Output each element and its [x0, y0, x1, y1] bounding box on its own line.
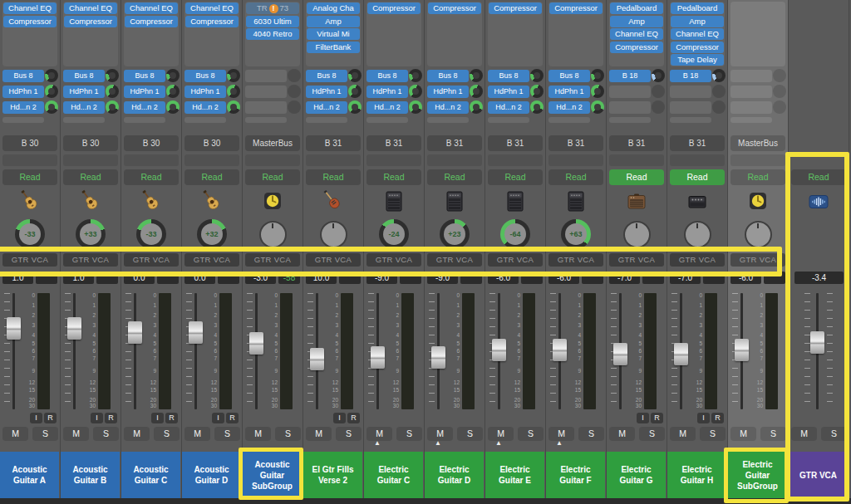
group-slot[interactable] — [2, 154, 57, 166]
automation-mode-button[interactable]: Read — [2, 169, 57, 185]
input-monitor-button[interactable]: I — [91, 413, 103, 423]
fader-cap[interactable] — [310, 348, 324, 370]
track-name[interactable]: Electric Guitar G — [607, 452, 666, 498]
solo-button[interactable]: S — [154, 427, 180, 441]
channel-strip-3[interactable]: Channel EQCompressorBus 8HdPhn 1Hd...n 2… — [121, 0, 182, 504]
automation-mode-button[interactable]: Read — [488, 169, 543, 185]
send-level-knob[interactable] — [166, 69, 180, 82]
track-icon-button[interactable] — [504, 189, 526, 218]
send-level-knob[interactable] — [227, 85, 240, 98]
channel-strip-1[interactable]: Channel EQCompressorBus 8HdPhn 1Hd...n 2… — [0, 0, 61, 504]
track-name[interactable]: GTR VCA — [789, 452, 848, 498]
send-level-knob[interactable] — [45, 100, 58, 114]
track-icon-button[interactable] — [322, 188, 344, 218]
send-level-knob[interactable] — [591, 100, 604, 114]
channel-strip-2[interactable]: Channel EQCompressorBus 8HdPhn 1Hd...n 2… — [61, 0, 121, 504]
plugin-slot[interactable]: Pedalboard — [671, 2, 724, 14]
fader-track[interactable] — [134, 293, 136, 409]
output-slot[interactable]: B 31 — [548, 135, 603, 151]
audio-fx-rack[interactable]: PedalboardAmpChannel EQCompressor — [609, 2, 664, 66]
send-slot[interactable]: B 18 — [670, 70, 711, 82]
send-level-knob[interactable] — [45, 69, 58, 82]
track-icon-button[interactable] — [747, 190, 769, 217]
track-icon-button[interactable] — [201, 188, 223, 218]
plugin-slot[interactable]: Channel EQ — [125, 2, 178, 14]
empty-send-slot[interactable] — [245, 86, 287, 98]
solo-button[interactable]: S — [275, 427, 301, 441]
volume-value[interactable]: 0.0 — [184, 272, 215, 284]
solo-button[interactable]: S — [700, 427, 726, 441]
fader-cap[interactable] — [67, 317, 81, 340]
peak-level-value[interactable] — [218, 272, 239, 284]
volume-value[interactable]: 1.0 — [63, 272, 94, 284]
plugin-slot[interactable]: Tape Delay — [671, 54, 724, 66]
send-level-knob[interactable] — [530, 100, 544, 114]
pan-knob[interactable] — [745, 221, 772, 248]
plugin-slot[interactable]: Amp — [307, 16, 360, 27]
plugin-slot[interactable]: Compressor — [428, 2, 481, 14]
volume-value[interactable]: -3.4 — [794, 272, 844, 284]
vca-group-slot[interactable]: GTR VCA — [306, 253, 361, 267]
track-name[interactable]: Electric Guitar SubGroup — [728, 452, 787, 498]
automation-mode-button[interactable]: Read — [63, 169, 118, 185]
send-slot[interactable]: HdPhn 1 — [427, 86, 469, 98]
input-monitor-button[interactable]: I — [637, 413, 649, 423]
output-slot[interactable]: MasterBus — [245, 135, 300, 151]
group-slot[interactable] — [124, 154, 179, 166]
automation-mode-button[interactable]: Read — [670, 169, 725, 185]
solo-button[interactable]: S — [93, 427, 119, 441]
automation-mode-button[interactable]: Read — [366, 169, 421, 185]
channel-strip-10[interactable]: CompressorBus 8HdPhn 1Hd...n 2B 31Read+6… — [546, 0, 607, 504]
send-level-knob[interactable] — [348, 69, 362, 82]
plugin-slot[interactable]: Analog Cha — [307, 2, 360, 14]
fader-cap[interactable] — [553, 339, 567, 361]
track-name[interactable]: Electric Guitar C — [364, 452, 423, 498]
pan-knob[interactable]: +32 — [197, 219, 227, 249]
channel-strip-14[interactable]: Read-3.4 MSGTR VCA — [789, 0, 849, 504]
mute-button[interactable]: M — [306, 427, 332, 441]
pan-knob[interactable]: -64 — [500, 219, 530, 249]
output-slot[interactable]: B 30 — [184, 135, 239, 151]
send-slot[interactable]: HdPhn 1 — [63, 86, 105, 98]
audio-fx-rack[interactable]: Channel EQCompressor — [2, 2, 57, 66]
peak-level-value[interactable] — [96, 272, 118, 284]
fader-cap[interactable] — [492, 339, 506, 361]
plugin-slot[interactable]: Channel EQ — [3, 2, 57, 14]
send-slot[interactable]: HdPhn 1 — [488, 86, 529, 98]
audio-fx-rack[interactable]: Analog ChaAmpVirtual MiFilterBank — [306, 2, 361, 66]
send-level-knob[interactable] — [106, 100, 119, 114]
output-slot[interactable]: B 31 — [306, 135, 361, 151]
plugin-slot[interactable]: Amp — [610, 16, 663, 27]
output-slot[interactable]: B 30 — [2, 135, 57, 151]
send-slot[interactable]: Hd...n 2 — [184, 101, 226, 114]
track-name[interactable]: Electric Guitar E — [485, 452, 544, 498]
plugin-slot[interactable]: Channel EQ — [671, 28, 724, 40]
track-icon-button[interactable] — [140, 188, 162, 218]
volume-value[interactable]: -6.0 — [548, 272, 579, 284]
audio-fx-rack[interactable]: Compressor — [548, 2, 603, 66]
track-name[interactable]: Acoustic Guitar D — [182, 452, 241, 498]
send-slot[interactable]: Bus 8 — [427, 70, 469, 82]
empty-send-slot[interactable] — [730, 70, 772, 82]
channel-strip-5[interactable]: TR!736030 Ultim4040 RetroMasterBusReadGT… — [243, 0, 303, 504]
group-slot[interactable] — [306, 154, 361, 166]
send-slot[interactable]: Hd...n 2 — [124, 101, 165, 114]
plugin-slot[interactable]: Compressor — [125, 16, 178, 27]
send-level-knob[interactable] — [227, 69, 240, 82]
plugin-slot[interactable]: Compressor — [671, 42, 724, 53]
channel-strip-6[interactable]: Analog ChaAmpVirtual MiFilterBankBus 8Hd… — [303, 0, 364, 504]
plugin-slot[interactable]: FilterBank — [307, 42, 360, 53]
volume-value[interactable]: -6.0 — [730, 272, 761, 284]
send-slot[interactable]: Hd...n 2 — [366, 101, 408, 114]
empty-send-slot[interactable] — [730, 86, 772, 98]
send-slot[interactable]: HdPhn 1 — [366, 86, 408, 98]
group-slot[interactable] — [427, 154, 482, 166]
send-slot[interactable]: Bus 8 — [306, 70, 347, 82]
track-icon-button[interactable] — [808, 190, 829, 217]
automation-mode-button[interactable]: Read — [791, 169, 846, 185]
track-icon-button[interactable] — [80, 188, 101, 218]
pan-knob[interactable] — [623, 221, 651, 248]
audio-fx-rack[interactable]: Compressor — [427, 2, 482, 66]
track-name[interactable]: Acoustic Guitar B — [61, 452, 120, 498]
channel-strip-4[interactable]: Channel EQCompressorBus 8HdPhn 1Hd...n 2… — [182, 0, 243, 504]
